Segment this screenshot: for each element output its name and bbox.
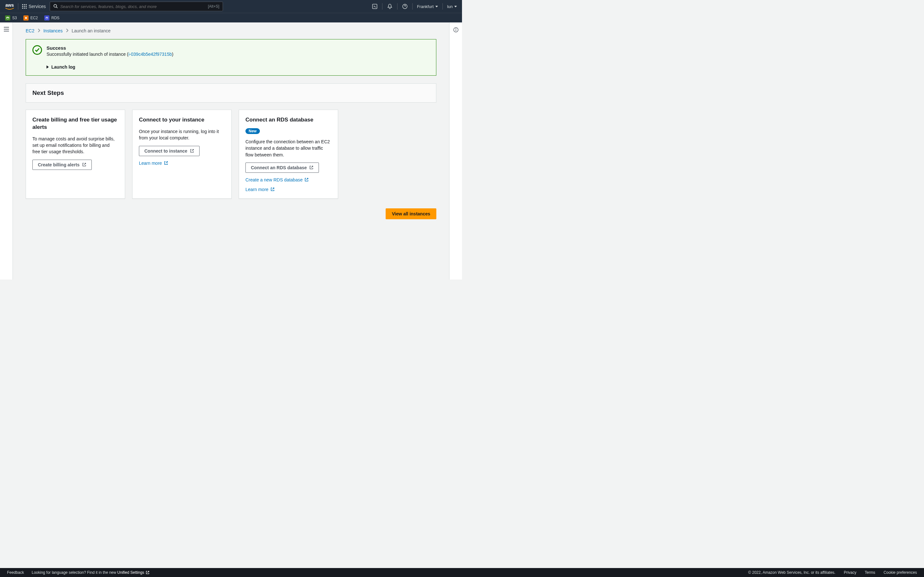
instance-id-link[interactable]: i-039c4b5e42f97315b	[128, 52, 172, 57]
card-body: Once your instance is running, log into …	[139, 128, 225, 141]
svg-rect-0	[22, 4, 23, 5]
success-message: Successfully initiated launch of instanc…	[47, 52, 173, 57]
card-body: Configure the connection between an EC2 …	[246, 139, 331, 158]
shortcut-s3[interactable]: S3	[5, 15, 17, 21]
view-all-instances-button[interactable]: View all instances	[386, 208, 436, 219]
breadcrumb-ec2[interactable]: EC2	[26, 28, 34, 33]
create-rds-link[interactable]: Create a new RDS database	[246, 177, 331, 182]
rds-icon	[44, 15, 49, 21]
success-msg-suffix: )	[172, 52, 174, 57]
expand-triangle-icon	[47, 65, 49, 69]
chevron-down-icon	[435, 6, 438, 7]
svg-rect-6	[22, 8, 23, 9]
external-link-icon	[82, 163, 86, 167]
user-label: lun	[447, 4, 453, 9]
launch-log-toggle[interactable]: Launch log	[47, 64, 430, 69]
card-title: Connect an RDS database	[246, 116, 331, 124]
launch-log-label: Launch log	[51, 64, 75, 69]
card-connect-instance: Connect to your instance Once your insta…	[132, 110, 232, 199]
search-kbd-hint: [Alt+S]	[208, 4, 220, 9]
services-label: Services	[29, 4, 46, 9]
svg-rect-3	[22, 6, 23, 7]
card-connect-rds: Connect an RDS database New Configure th…	[239, 110, 338, 199]
ec2-icon	[23, 15, 29, 21]
search-bar[interactable]: [Alt+S]	[50, 2, 223, 11]
region-selector[interactable]: Frankfurt	[417, 4, 438, 9]
shortcut-rds[interactable]: RDS	[44, 15, 59, 21]
breadcrumb: EC2 Instances Launch an instance	[26, 28, 436, 33]
external-link-icon	[164, 161, 168, 165]
link-label: Learn more	[139, 161, 162, 166]
svg-rect-5	[26, 6, 27, 7]
success-alert: Success Successfully initiated launch of…	[26, 39, 436, 76]
link-label: Learn more	[246, 187, 268, 192]
notifications-icon[interactable]	[387, 3, 393, 9]
svg-point-15	[46, 17, 48, 17]
svg-rect-8	[26, 8, 27, 9]
svg-line-10	[56, 7, 57, 8]
svg-rect-1	[24, 4, 25, 5]
external-link-icon	[190, 149, 194, 153]
chevron-right-icon	[66, 28, 68, 33]
svg-point-9	[53, 4, 57, 7]
external-link-icon	[304, 177, 309, 182]
region-label: Frankfurt	[417, 4, 434, 9]
new-badge: New	[246, 128, 260, 134]
card-body: To manage costs and avoid surprise bills…	[32, 135, 118, 155]
card-title: Connect to your instance	[139, 116, 225, 124]
create-billing-alerts-button[interactable]: Create billing alerts	[32, 160, 92, 170]
chevron-right-icon	[37, 28, 40, 33]
svg-point-21	[456, 29, 456, 29]
main-content: EC2 Instances Launch an instance Success…	[13, 23, 449, 279]
services-menu[interactable]: Services	[22, 4, 46, 9]
breadcrumb-instances[interactable]: Instances	[43, 28, 63, 33]
divider	[382, 3, 383, 10]
svg-rect-7	[24, 8, 25, 9]
shortcut-label: S3	[12, 16, 17, 20]
aws-logo[interactable]: aws	[5, 3, 14, 10]
svg-point-13	[6, 17, 9, 18]
s3-icon	[5, 15, 10, 21]
help-icon[interactable]	[402, 3, 408, 9]
sidebar-toggle[interactable]	[4, 27, 9, 279]
svg-rect-14	[25, 17, 27, 19]
next-steps-cards: Create billing and free tier usage alert…	[26, 110, 436, 199]
button-label: Create billing alerts	[38, 162, 79, 167]
divider	[397, 3, 397, 10]
success-msg-prefix: Successfully initiated launch of instanc…	[47, 52, 128, 57]
shortcut-ec2[interactable]: EC2	[23, 15, 38, 21]
rds-learn-more-link[interactable]: Learn more	[246, 187, 331, 192]
chevron-down-icon	[454, 6, 457, 7]
grid-icon	[22, 4, 27, 9]
connect-rds-button[interactable]: Connect an RDS database	[246, 163, 319, 173]
shortcut-label: EC2	[31, 16, 38, 20]
divider	[412, 3, 413, 10]
svg-rect-4	[24, 6, 25, 7]
external-link-icon	[309, 165, 313, 169]
connect-to-instance-button[interactable]: Connect to instance	[139, 146, 200, 156]
service-shortcuts-bar: S3 EC2 RDS	[0, 13, 462, 23]
next-steps-header: Next Steps	[26, 83, 436, 103]
next-steps-title: Next Steps	[32, 89, 430, 97]
divider	[443, 3, 443, 10]
breadcrumb-current: Launch an instance	[71, 28, 110, 33]
svg-rect-2	[26, 4, 27, 5]
external-link-icon	[270, 187, 275, 191]
success-check-icon	[32, 45, 42, 55]
button-label: Connect to instance	[144, 148, 187, 153]
cloudshell-icon[interactable]	[372, 3, 378, 9]
info-toggle[interactable]	[453, 27, 459, 279]
shortcut-label: RDS	[51, 16, 59, 20]
connect-learn-more-link[interactable]: Learn more	[139, 161, 225, 166]
card-title: Create billing and free tier usage alert…	[32, 116, 118, 131]
user-menu[interactable]: lun	[447, 4, 457, 9]
search-input[interactable]	[60, 4, 208, 9]
link-label: Create a new RDS database	[246, 177, 302, 182]
success-title: Success	[47, 45, 173, 51]
sidebar-collapsed	[0, 23, 13, 279]
divider	[18, 3, 18, 10]
info-panel-collapsed	[449, 23, 462, 279]
button-label: Connect an RDS database	[251, 165, 307, 170]
search-icon	[53, 4, 58, 9]
card-billing-alerts: Create billing and free tier usage alert…	[26, 110, 125, 199]
